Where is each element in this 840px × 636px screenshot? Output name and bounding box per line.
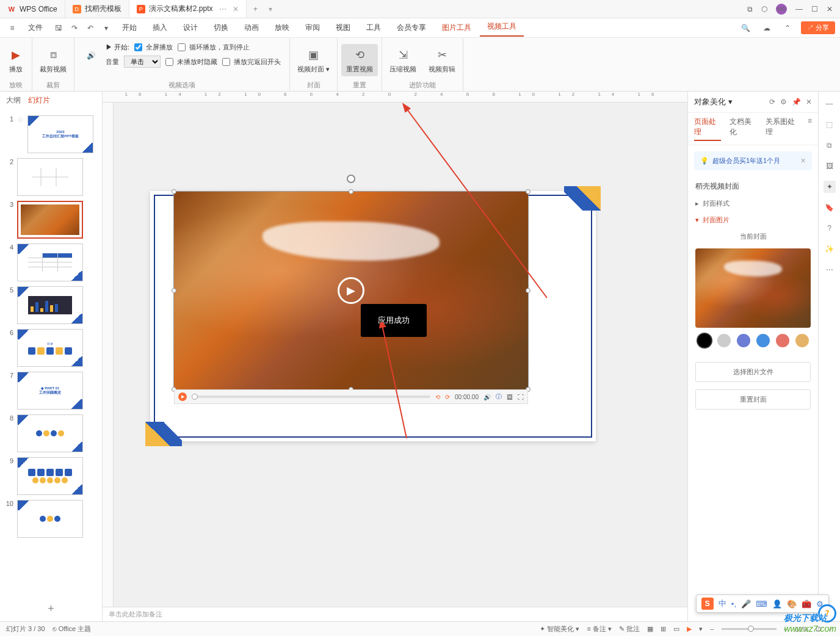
video-object[interactable]: ▶ ▶ ⟲	[173, 191, 529, 390]
slide-view[interactable]: ▶ ▶ ⟲	[114, 103, 687, 607]
color-blue[interactable]	[756, 334, 770, 347]
new-tab-button[interactable]: +	[247, 5, 265, 13]
slide-thumb-10[interactable]: 10	[0, 497, 102, 540]
tab-diagram[interactable]: 关系图处理	[766, 117, 799, 141]
video-snapshot-icon[interactable]: 🖼	[507, 394, 513, 400]
tab-page-process[interactable]: 页面处理	[694, 117, 721, 141]
qat-dropdown-icon[interactable]: ▾	[99, 21, 114, 35]
slide-thumb-6[interactable]: 6 目录	[0, 327, 102, 369]
slides-tab[interactable]: 幻灯片	[28, 95, 50, 106]
resize-handle[interactable]	[349, 189, 353, 194]
resize-handle[interactable]	[172, 288, 176, 293]
start-trigger-select[interactable]: 单击	[124, 56, 161, 68]
refresh-icon[interactable]: ⟳	[769, 98, 775, 106]
save-icon[interactable]: 🖫	[51, 21, 66, 35]
color-red[interactable]	[776, 334, 789, 347]
close-tab-icon[interactable]: ✕	[233, 5, 239, 13]
ime-voice-icon[interactable]: 🎤	[741, 599, 751, 609]
ime-mode[interactable]: 中	[719, 598, 726, 609]
cloud-icon[interactable]: ☁	[759, 21, 774, 35]
share-button[interactable]: ↗ 分享	[801, 21, 835, 34]
compress-video-button[interactable]: ⇲ 压缩视频	[386, 45, 420, 75]
menu-animation[interactable]: 动画	[237, 20, 266, 35]
ime-skin-icon[interactable]: 🎨	[787, 599, 797, 609]
menu-insert[interactable]: 插入	[145, 20, 175, 35]
rewind-checkbox[interactable]: 播放完返回开头	[222, 57, 281, 67]
tab-wps-home[interactable]: W WPS Office	[0, 0, 65, 18]
layers-icon[interactable]: ⧉	[824, 139, 836, 151]
close-icon[interactable]: ✕	[827, 5, 833, 13]
close-banner-icon[interactable]: ✕	[800, 157, 806, 165]
notes-bar[interactable]: 单击此处添加备注	[103, 607, 687, 621]
add-slide-button[interactable]: +	[0, 596, 102, 621]
video-cover-button[interactable]: ▣ 视频封面 ▾	[294, 45, 333, 75]
menu-start[interactable]: 开始	[115, 20, 144, 35]
menu-show[interactable]: 放映	[267, 20, 297, 35]
reset-video-button[interactable]: ⟲ 重置视频	[341, 44, 378, 76]
list-icon[interactable]: ≡	[808, 117, 812, 141]
slide-thumb-3[interactable]: 3	[0, 198, 102, 241]
member-banner[interactable]: 💡 超级会员买1年送1个月 ✕	[694, 151, 812, 170]
skip-back-icon[interactable]: ⟲	[435, 394, 440, 400]
menu-file[interactable]: 文件	[21, 20, 50, 35]
row-cover-style[interactable]: ▸ 封面样式	[695, 195, 811, 212]
magic-icon[interactable]: ✦	[824, 181, 836, 193]
video-play-button[interactable]: ▶	[178, 392, 187, 401]
minimize-icon[interactable]: —	[795, 5, 803, 13]
hide-checkbox[interactable]: 未播放时隐藏	[165, 57, 217, 67]
slide-thumb-8[interactable]: 8	[0, 412, 102, 455]
slide-thumb-4[interactable]: 4	[0, 241, 102, 284]
cube-icon[interactable]: ⬡	[761, 5, 767, 13]
play-overlay-icon[interactable]: ▶	[338, 277, 364, 304]
slide-thumb-9[interactable]: 9	[0, 455, 102, 497]
search-icon[interactable]: 🔍	[739, 21, 753, 35]
tab-templates[interactable]: D 找稻壳模板	[65, 0, 129, 18]
ime-user-icon[interactable]: 👤	[772, 599, 782, 609]
notes-toggle[interactable]: ≡ 备注 ▾	[587, 624, 612, 634]
resize-handle[interactable]	[526, 189, 530, 194]
menu-video-tools[interactable]: 视频工具	[480, 19, 524, 37]
reader-icon[interactable]: ⧉	[747, 5, 753, 13]
view-dropdown-icon[interactable]: ▾	[699, 625, 703, 633]
color-black[interactable]	[698, 334, 711, 347]
menu-member[interactable]: 会员专享	[389, 20, 433, 35]
row-cover-image[interactable]: ▾ 封面图片	[695, 212, 811, 228]
volume-button[interactable]: 🔊	[83, 50, 100, 61]
outline-tab[interactable]: 大纲	[6, 95, 21, 106]
video-volume-icon[interactable]: 🔊	[483, 394, 491, 400]
slide-thumb-5[interactable]: 5	[0, 284, 102, 327]
crop-video-button[interactable]: ⧈ 裁剪视频	[36, 45, 70, 75]
menu-tools[interactable]: 工具	[359, 20, 388, 35]
bookmark-icon[interactable]: 🔖	[824, 201, 836, 214]
menu-view[interactable]: 视图	[328, 20, 358, 35]
comments-toggle[interactable]: ✎ 批注	[619, 624, 640, 634]
resize-handle[interactable]	[172, 189, 176, 194]
help-icon[interactable]: ?	[824, 222, 836, 234]
menu-review[interactable]: 审阅	[298, 20, 327, 35]
rotate-handle[interactable]	[347, 175, 355, 183]
user-avatar[interactable]: WP	[776, 4, 787, 15]
tab-document[interactable]: P 演示文稿素材2.pptx ⋯ ✕	[129, 0, 247, 18]
image-icon[interactable]: 🖼	[824, 160, 836, 172]
ime-bar[interactable]: S 中 •, 🎤 ⌨ 👤 🎨 🧰 ⚙	[696, 594, 829, 613]
menu-design[interactable]: 设计	[176, 20, 205, 35]
sogou-icon[interactable]: S	[701, 598, 714, 610]
effects-icon[interactable]: ✨	[824, 243, 836, 255]
collapse-ribbon-icon[interactable]: ⌃	[780, 21, 795, 35]
tab-dropdown-icon[interactable]: ▾	[265, 5, 276, 13]
select-icon[interactable]: ⬚	[824, 118, 836, 131]
clip-video-button[interactable]: ✂ 视频剪辑	[425, 45, 459, 75]
overflow-icon[interactable]: ⋯	[219, 5, 226, 13]
more-icon[interactable]: ⋯	[824, 264, 836, 276]
view-normal-icon[interactable]: ▦	[647, 625, 653, 633]
close-panel-icon[interactable]: ✕	[806, 98, 812, 106]
collapse-icon[interactable]: —	[824, 98, 836, 110]
slide-thumb-7[interactable]: 7 ◆ PART 01工作回顾概述	[0, 369, 102, 412]
color-purple[interactable]	[737, 334, 750, 347]
ime-keyboard-icon[interactable]: ⌨	[756, 599, 767, 609]
play-button[interactable]: ▶ 播放	[4, 45, 28, 75]
maximize-icon[interactable]: ☐	[811, 5, 818, 13]
video-seek-track[interactable]	[192, 396, 430, 398]
menu-transition[interactable]: 切换	[206, 20, 236, 35]
redo-icon[interactable]: ↷	[67, 21, 82, 35]
